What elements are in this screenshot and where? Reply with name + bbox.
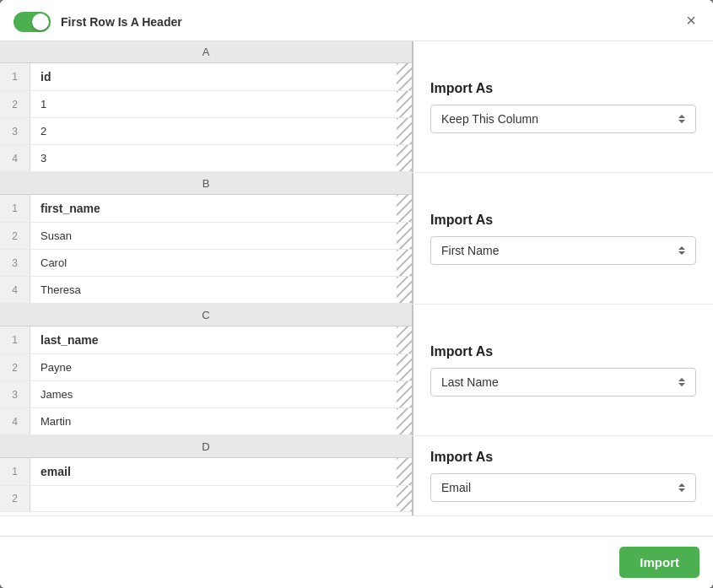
column-section-B: B1first_name2Susan3Carol4TheresaImport A… xyxy=(0,173,713,305)
header-title: First Row Is A Header xyxy=(61,15,182,29)
zigzag-border xyxy=(397,91,412,117)
table-row: 1first_name xyxy=(0,195,412,223)
zigzag-border xyxy=(397,277,412,303)
col-letter-D: D xyxy=(0,436,412,458)
cell-value: Susan xyxy=(30,223,397,249)
row-number: 4 xyxy=(0,408,30,434)
zigzag-border xyxy=(397,458,412,485)
row-number: 2 xyxy=(0,91,30,117)
import-as-label: Import As xyxy=(430,213,696,228)
import-select-B[interactable]: Keep This ColumnSkip This ColumnidFirst … xyxy=(430,236,696,265)
cell-value: Carol xyxy=(30,250,397,276)
modal-header: First Row Is A Header × xyxy=(0,0,713,41)
import-as-label: Import As xyxy=(430,81,696,96)
cell-value: Payne xyxy=(30,354,397,380)
table-row: 1email xyxy=(0,458,412,486)
zigzag-border xyxy=(397,195,412,222)
zigzag-border xyxy=(397,381,412,407)
cell-value: 1 xyxy=(30,91,397,117)
import-as-label: Import As xyxy=(430,450,696,465)
table-row: 32 xyxy=(0,118,412,145)
table-row: 1last_name xyxy=(0,326,412,354)
col-letter-B: B xyxy=(0,173,412,195)
table-row: 3Carol xyxy=(0,250,412,277)
modal-body: A1id213243Import AsKeep This ColumnSkip … xyxy=(0,41,713,536)
import-side-B: Import AsKeep This ColumnSkip This Colum… xyxy=(413,173,713,304)
cell-value: Martin xyxy=(30,408,397,434)
cell-value: last_name xyxy=(30,326,397,353)
row-number: 3 xyxy=(0,381,30,407)
zigzag-border xyxy=(397,326,412,353)
column-section-A: A1id213243Import AsKeep This ColumnSkip … xyxy=(0,41,713,173)
row-number: 1 xyxy=(0,326,30,353)
row-number: 4 xyxy=(0,145,30,171)
row-number: 1 xyxy=(0,195,30,222)
cell-value: 2 xyxy=(30,118,397,144)
import-as-label: Import As xyxy=(430,344,696,359)
table-row: 4Theresa xyxy=(0,277,412,304)
zigzag-border xyxy=(397,408,412,434)
row-number: 1 xyxy=(0,458,30,485)
import-side-A: Import AsKeep This ColumnSkip This Colum… xyxy=(413,41,713,172)
import-side-D: Import AsKeep This ColumnSkip This Colum… xyxy=(413,436,713,515)
zigzag-border xyxy=(397,118,412,144)
table-row: 2Susan xyxy=(0,223,412,250)
row-number: 3 xyxy=(0,118,30,144)
table-row: 4Martin xyxy=(0,408,412,435)
row-number: 2 xyxy=(0,354,30,380)
table-row: 21 xyxy=(0,91,412,118)
spreadsheet-col-D: D1email2 xyxy=(0,436,413,515)
zigzag-border xyxy=(397,223,412,249)
cell-value: first_name xyxy=(30,195,397,222)
zigzag-border xyxy=(397,250,412,276)
import-button[interactable]: Import xyxy=(619,547,699,578)
import-select-D[interactable]: Keep This ColumnSkip This ColumnidFirst … xyxy=(430,473,696,502)
spreadsheet-col-C: C1last_name2Payne3James4Martin xyxy=(0,305,413,435)
spreadsheet-col-A: A1id213243 xyxy=(0,41,413,172)
import-select-C[interactable]: Keep This ColumnSkip This ColumnidFirst … xyxy=(430,368,696,396)
row-number: 4 xyxy=(0,277,30,303)
row-number: 2 xyxy=(0,486,30,511)
table-row: 2 xyxy=(0,486,412,512)
cell-value: email xyxy=(30,458,397,485)
zigzag-border xyxy=(397,354,412,380)
row-number: 1 xyxy=(0,63,30,90)
zigzag-border xyxy=(397,486,412,511)
cell-value: James xyxy=(30,381,397,407)
col-letter-A: A xyxy=(0,41,412,63)
table-row: 2Payne xyxy=(0,354,412,381)
import-select-A[interactable]: Keep This ColumnSkip This ColumnidFirst … xyxy=(430,105,696,133)
cell-value: id xyxy=(30,63,397,90)
col-letter-C: C xyxy=(0,305,412,326)
modal-footer: Import xyxy=(0,536,713,588)
zigzag-border xyxy=(397,145,412,171)
table-row: 1id xyxy=(0,63,412,91)
import-modal: First Row Is A Header × A1id213243Import… xyxy=(0,0,713,588)
cell-value: 3 xyxy=(30,145,397,171)
first-row-header-toggle[interactable] xyxy=(14,12,51,32)
cell-value xyxy=(30,486,397,511)
table-row: 3James xyxy=(0,381,412,408)
table-row: 43 xyxy=(0,145,412,172)
zigzag-border xyxy=(397,63,412,90)
spreadsheet-col-B: B1first_name2Susan3Carol4Theresa xyxy=(0,173,413,304)
modal-overlay: First Row Is A Header × A1id213243Import… xyxy=(0,0,713,588)
column-section-D: D1email2Import AsKeep This ColumnSkip Th… xyxy=(0,436,713,516)
row-number: 2 xyxy=(0,223,30,249)
cell-value: Theresa xyxy=(30,277,397,303)
row-number: 3 xyxy=(0,250,30,276)
import-side-C: Import AsKeep This ColumnSkip This Colum… xyxy=(413,305,713,435)
column-section-C: C1last_name2Payne3James4MartinImport AsK… xyxy=(0,305,713,436)
close-button[interactable]: × xyxy=(681,10,701,30)
